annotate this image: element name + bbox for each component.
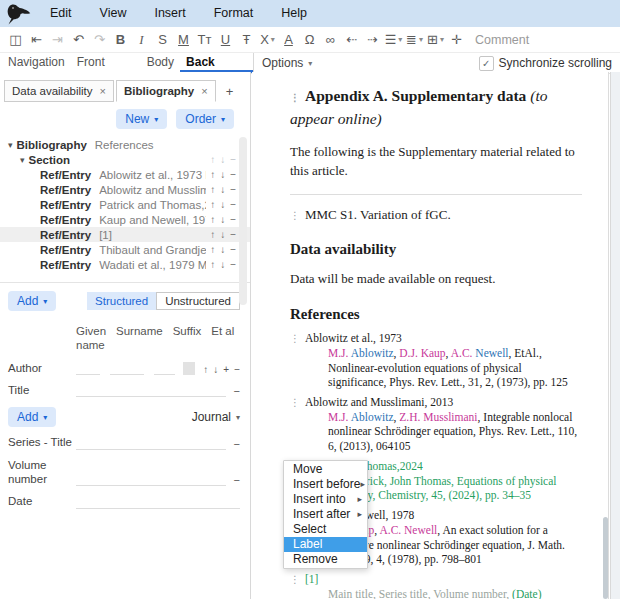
context-menu-item-label[interactable]: Label <box>284 537 367 552</box>
add-field-button[interactable]: Add ▾ <box>8 407 56 427</box>
context-menu-item-insert-after[interactable]: Insert after▸ <box>284 507 367 522</box>
move-down-icon[interactable]: ↓ <box>220 229 225 240</box>
move-down-icon[interactable]: ↓ <box>213 364 218 375</box>
remove-series-icon[interactable]: − <box>234 438 240 450</box>
font-color-icon[interactable]: A <box>278 28 299 52</box>
menu-format[interactable]: Format <box>200 0 268 27</box>
move-up-icon[interactable]: ↑ <box>210 229 215 240</box>
numbered-list-icon[interactable]: ≣▾ <box>404 28 425 52</box>
italic-icon[interactable]: I <box>131 28 152 52</box>
context-menu-item-move[interactable]: Move <box>284 462 367 477</box>
given-name-field[interactable] <box>76 361 100 375</box>
collapse-icon[interactable]: ▾ <box>8 140 13 150</box>
move-down-icon[interactable]: ↓ <box>220 199 225 210</box>
remove-title-icon[interactable]: − <box>234 385 240 397</box>
subscript-superscript-icon[interactable]: X▾ <box>257 28 278 52</box>
drag-handle-icon[interactable]: ⋮ <box>290 333 300 344</box>
options-dropdown[interactable]: Options ▾ <box>262 56 312 70</box>
move-down-icon[interactable]: ↓ <box>220 259 225 270</box>
reference-citation[interactable]: M.J. Ablowitz, Z.H. Musslimani, Integrab… <box>328 410 582 454</box>
view-tab-navigation[interactable]: Navigation <box>2 53 71 73</box>
move-up-icon[interactable]: ↑ <box>210 154 215 165</box>
document-scrollbar-thumb[interactable] <box>603 517 608 599</box>
add-author-icon[interactable]: + <box>223 364 229 375</box>
underline-icon[interactable]: U <box>215 28 236 52</box>
menu-view[interactable]: View <box>86 0 141 27</box>
tree-row-ref-entry[interactable]: Ref/EntryAblowitz and Musslimani, 2013↑↓… <box>0 182 250 197</box>
order-button[interactable]: Order ▾ <box>176 109 234 129</box>
remove-icon[interactable]: − <box>230 184 236 195</box>
publication-type-dropdown[interactable]: Journal ▾ <box>192 410 240 424</box>
context-menu-item-insert-before[interactable]: Insert before▸ <box>284 477 367 492</box>
remove-icon[interactable]: − <box>230 229 236 240</box>
bold-icon[interactable]: B <box>110 28 131 52</box>
menu-edit[interactable]: Edit <box>36 0 86 27</box>
drag-handle-icon[interactable]: ⋮ <box>290 92 300 103</box>
move-up-icon[interactable]: ↑ <box>210 169 215 180</box>
tree-row-bibliography[interactable]: ▾BibliographyReferences <box>0 137 250 152</box>
add-tab-button[interactable]: + <box>218 81 242 102</box>
context-menu-item-select[interactable]: Select <box>284 522 367 537</box>
drag-handle-icon[interactable]: ⋮ <box>290 397 300 408</box>
undo-icon[interactable]: ↶ <box>68 28 89 52</box>
remove-icon[interactable]: − <box>230 169 236 180</box>
tree-row-section[interactable]: ▾Section↑↓− <box>0 152 250 167</box>
volume-field[interactable] <box>76 472 226 486</box>
tree-row-ref-entry[interactable]: Ref/EntryWadati et al., 1979 M. Wad↑↓− <box>0 257 250 272</box>
surname-field[interactable] <box>110 361 144 375</box>
add-button[interactable]: Add ▾ <box>8 291 56 311</box>
move-up-icon[interactable]: ↑ <box>203 364 208 375</box>
remove-author-icon[interactable]: − <box>234 364 240 375</box>
remove-icon[interactable]: − <box>230 214 236 225</box>
overline-icon[interactable]: Ŧ <box>236 28 257 52</box>
move-up-icon[interactable]: ↑ <box>210 244 215 255</box>
decrease-indent-icon[interactable]: ⇠ <box>341 28 362 52</box>
move-up-icon[interactable]: ↑ <box>210 259 215 270</box>
bullet-list-icon[interactable]: ☰▾ <box>383 28 404 52</box>
unstructured-option[interactable]: Unstructured <box>156 292 240 310</box>
context-menu-item-remove[interactable]: Remove <box>284 552 367 567</box>
remove-volume-icon[interactable]: − <box>234 474 240 486</box>
tree-row-ref-entry[interactable]: Ref/EntryPatrick and Thomas,2024 S↑↓− <box>0 197 250 212</box>
increase-indent-icon[interactable]: ⇢ <box>362 28 383 52</box>
tree-row-ref-entry[interactable]: Ref/EntryThibault and Grandjean, 19↑↓− <box>0 242 250 257</box>
tree-scrollbar[interactable] <box>239 137 247 305</box>
card-tab-data-availability[interactable]: Data availability× <box>4 80 114 102</box>
move-down-icon[interactable]: ↓ <box>220 244 225 255</box>
view-tab-back-matter[interactable]: Back matter <box>180 53 253 73</box>
view-tab-body[interactable]: Body <box>141 53 180 73</box>
page-view-icon[interactable]: ◫ <box>5 28 26 52</box>
structured-option[interactable]: Structured <box>87 292 156 310</box>
tree-row-ref-entry[interactable]: Ref/Entry[1]↑↓− <box>0 227 250 242</box>
remove-icon[interactable]: − <box>230 199 236 210</box>
new-button[interactable]: New ▾ <box>116 109 167 129</box>
drag-handle-icon[interactable]: ⋮ <box>290 574 300 585</box>
tree-row-ref-entry[interactable]: Ref/EntryAblowitz et al., 1973 M.J. A↑↓− <box>0 167 250 182</box>
mark-icon[interactable]: M <box>173 28 194 52</box>
context-menu-item-insert-into[interactable]: Insert into▸ <box>284 492 367 507</box>
view-tab-front-matter[interactable]: Front matter <box>71 53 141 73</box>
menu-help[interactable]: Help <box>267 0 321 27</box>
special-character-icon[interactable]: Ω <box>299 28 320 52</box>
close-icon[interactable]: × <box>201 85 207 97</box>
series-title-field[interactable] <box>76 436 226 450</box>
card-tab-bibliography[interactable]: Bibliography× <box>116 80 216 102</box>
tree-row-ref-entry[interactable]: Ref/EntryKaup and Newell, 1978 D.J.↑↓− <box>0 212 250 227</box>
sync-checkbox[interactable]: ✓ <box>479 56 494 71</box>
move-icon[interactable]: ✛ <box>446 28 467 52</box>
close-icon[interactable]: × <box>100 85 106 97</box>
etal-checkbox[interactable] <box>183 362 195 375</box>
date-field[interactable] <box>76 495 240 509</box>
move-down-icon[interactable]: ↓ <box>220 169 225 180</box>
remove-icon[interactable]: − <box>230 244 236 255</box>
redo-icon[interactable]: ↷ <box>89 28 110 52</box>
title-field[interactable] <box>76 383 226 397</box>
next-change-icon[interactable]: ⇥ <box>47 28 68 52</box>
move-down-icon[interactable]: ↓ <box>220 154 225 165</box>
remove-icon[interactable]: − <box>230 154 236 165</box>
strikethrough-icon[interactable]: S <box>152 28 173 52</box>
link-icon[interactable]: ∞ <box>320 28 341 52</box>
move-up-icon[interactable]: ↑ <box>210 184 215 195</box>
reference-citation[interactable]: Main title, Series title, Volume number,… <box>328 587 582 599</box>
suffix-field[interactable] <box>154 361 175 375</box>
